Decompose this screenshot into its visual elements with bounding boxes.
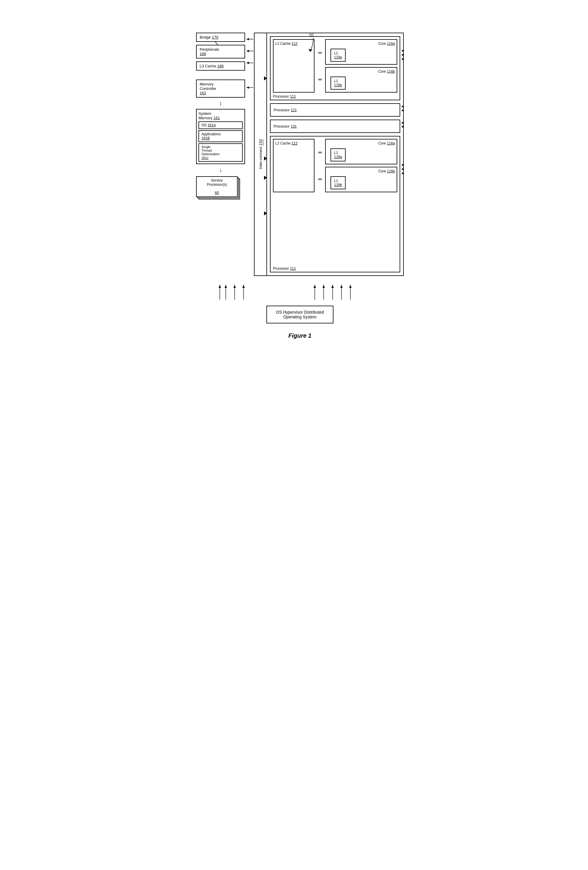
svg-marker-19 [323, 285, 325, 288]
l2-cache-bottom: L2 Cache 112 [273, 139, 314, 192]
core-a-num-bottom: 116a [387, 141, 395, 145]
apps-label: Applications [201, 132, 221, 136]
core-b-num-top: 116b [387, 69, 395, 74]
arrow-column [245, 33, 254, 276]
bottom-arrows-svg [196, 282, 404, 305]
apps-sub-box: Applications 161B [198, 130, 243, 142]
cores-top: Core 116a L1 119a [325, 39, 397, 92]
arrow-right-9 [401, 168, 404, 171]
spacer1 [196, 74, 245, 76]
arrow-right-6 [401, 121, 404, 124]
mem-controller-num: 162 [199, 91, 206, 95]
interconnect-bar: Inter-connect 150 [255, 33, 267, 276]
service-proc-label: Service Processor(s) [207, 178, 227, 187]
proc111-label-bottom: Processor 111 [273, 267, 296, 271]
l1-119a-bottom: L1 119a [330, 148, 345, 161]
proc1-label: Processor [273, 94, 289, 98]
arrow-to-proc1 [264, 76, 267, 80]
arrow-to-proc4 [264, 211, 267, 215]
l1-119b-bottom: L1 119b [330, 176, 345, 189]
proc111-label-top: Processor 111 [273, 94, 296, 98]
os-label: OS [201, 123, 207, 127]
interconnect-label: Inter-connect 150 [258, 139, 263, 169]
core-a-num-top: 116a [387, 42, 395, 46]
main-system-box: Inter-connect 150 L2 Cache 112 [254, 33, 404, 276]
core-b-label-top: Core [378, 69, 386, 74]
l1-b-label-bottom: L1 [334, 179, 338, 183]
os-sub-box: OS 161A [198, 121, 243, 129]
left-arrows-svg [245, 33, 254, 276]
l2-label-top: L2 Cache [275, 42, 290, 46]
proc1-num: 111 [290, 94, 296, 98]
proc4-label: Processor [273, 267, 289, 271]
arrow-to-proc3 [264, 176, 267, 180]
proc111-inner: L2 Cache 112 ⇔ ⇔ [273, 39, 397, 92]
l2-cache-top: L2 Cache 112 [273, 39, 314, 92]
service-box-main: Service Processor(s) 60 [196, 176, 238, 197]
os-num: 161A [208, 123, 216, 127]
proc111-bottom-inner: L2 Cache 112 ⇔ ⇔ [273, 139, 397, 192]
left-column: Bridge 170 Peripherals 169 L3 Cache 166 [196, 33, 245, 276]
processors-column: L2 Cache 112 ⇔ ⇔ [267, 33, 403, 276]
l1-a-num-bottom: 119a [334, 155, 342, 159]
fig-caption-text: Figure 1 [288, 332, 311, 339]
svg-marker-5 [247, 50, 249, 52]
peripherals-box: Peripherals 169 [196, 45, 245, 58]
l2-label-bottom: L2 Cache [275, 141, 290, 145]
sys-memory-num: 161 [214, 116, 220, 120]
service-processor-container: Service Processor(s) 60 [196, 176, 241, 203]
l1-b-num-top: 119b [334, 83, 342, 87]
processor-111-top: L2 Cache 112 ⇔ ⇔ [270, 36, 400, 100]
apps-num: 161B [201, 136, 210, 140]
os-hypervisor-box: OS Hypervisor Distributed Operating Syst… [266, 305, 333, 323]
l1-a-num-top: 119a [334, 55, 342, 60]
l2-num-bottom: 112 [292, 141, 298, 145]
single-thread-sub-box: Single Thread Optimization 161c [198, 143, 243, 162]
l1-119b-top: L1 119b [330, 76, 345, 89]
peripherals-num: 169 [199, 52, 206, 56]
svg-marker-21 [331, 285, 334, 288]
bridge-num: 170 [212, 35, 218, 39]
bridge-label: Bridge [199, 35, 211, 39]
proc3-label: Processor [274, 124, 290, 128]
svg-marker-23 [340, 285, 342, 288]
l1-b-label-top: L1 [334, 79, 338, 83]
service-proc-num: 60 [215, 191, 219, 195]
processor-121: Processor 121 [270, 103, 400, 117]
core-b-label-bottom: Core [378, 169, 386, 173]
figure-caption: Figure 1 [196, 332, 404, 339]
svg-marker-25 [349, 285, 351, 288]
main-layout: Bridge 170 Peripherals 169 L3 Cache 166 [196, 33, 404, 276]
l2-num-top: 112 [292, 42, 298, 46]
arrow-right-7 [401, 125, 404, 128]
core-116a-top: Core 116a L1 119a [325, 39, 397, 65]
l1-a-label-bottom: L1 [334, 151, 338, 155]
proc3-num: 131 [291, 124, 297, 128]
core-a-label-top: Core [378, 42, 386, 46]
l3cache-label: L3 Cache [199, 64, 216, 68]
svg-marker-7 [247, 62, 249, 64]
arrow-right-1 [401, 49, 404, 52]
sys-memory-label: System Memory [198, 111, 213, 120]
right-arrows-proc3 [401, 121, 404, 128]
svg-marker-17 [314, 285, 316, 288]
core-116b-top: Core 116b L1 119b [325, 67, 397, 92]
svg-marker-9 [247, 86, 249, 89]
bridge-box: Bridge 170 [196, 33, 245, 42]
down-arrow-left: ↓ [196, 167, 245, 173]
processor-111-bottom: L2 Cache 112 ⇔ ⇔ [270, 136, 400, 273]
arrow-right-8 [401, 164, 404, 167]
cores-bottom: Core 116a L1 119a [325, 139, 397, 192]
mem-controller-box: Memory Controller 162 [196, 79, 245, 98]
svg-marker-13 [234, 285, 236, 288]
svg-marker-15 [243, 285, 245, 288]
proc4-num: 111 [290, 267, 296, 271]
bottom-section: OS Hypervisor Distributed Operating Syst… [196, 282, 404, 323]
bidir-arrows-top: ⇔ ⇔ [317, 39, 323, 92]
l1-119a-top: L1 119a [330, 49, 345, 62]
svg-marker-11 [225, 285, 227, 288]
sys-memory-box: System Memory 161 OS 161A Applications 1… [196, 109, 245, 164]
double-arrow: ↕ [196, 101, 245, 106]
single-thread-num: 161c [201, 156, 208, 159]
right-arrows-proc1 [401, 49, 404, 61]
